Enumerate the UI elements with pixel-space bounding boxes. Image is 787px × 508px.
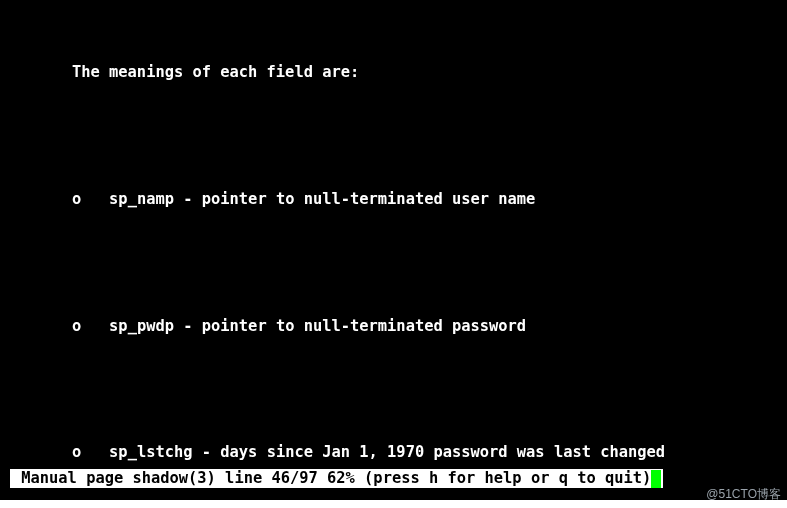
- cursor: [651, 470, 661, 488]
- watermark: @51CTO博客: [706, 487, 781, 502]
- terminal-manpage[interactable]: The meanings of each field are: o sp_nam…: [0, 0, 787, 500]
- pager-status-bar[interactable]: Manual page shadow(3) line 46/97 62% (pr…: [10, 469, 663, 488]
- field-row: o sp_lstchg - days since Jan 1, 1970 pas…: [0, 442, 787, 463]
- field-row: o sp_namp - pointer to null-terminated u…: [0, 189, 787, 210]
- field-row: o sp_pwdp - pointer to null-terminated p…: [0, 316, 787, 337]
- intro-text: The meanings of each field are:: [0, 62, 787, 83]
